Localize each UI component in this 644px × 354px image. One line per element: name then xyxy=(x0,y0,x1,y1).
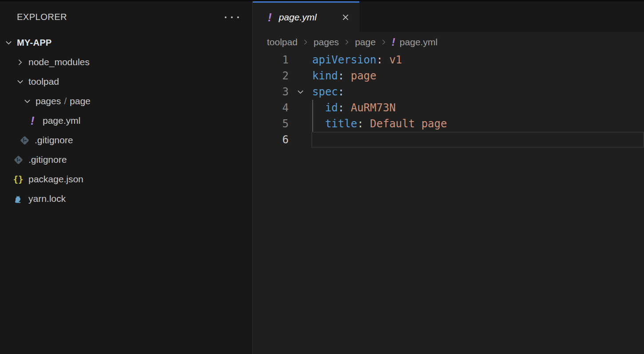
breadcrumb-item-page[interactable]: page xyxy=(355,37,376,47)
explorer-header: EXPLORER xyxy=(0,1,252,33)
tab-label: page.yml xyxy=(279,12,317,23)
tree-item-label: .gitignore xyxy=(35,135,73,146)
line-number: 1 xyxy=(253,54,289,66)
warning-icon: ! xyxy=(27,115,38,126)
tree-item-label: node_modules xyxy=(28,57,90,67)
code-line-content: kind: page xyxy=(312,70,377,82)
warning-icon: ! xyxy=(268,12,272,23)
git-icon xyxy=(19,134,30,146)
tree-item-node-modules[interactable]: node_modules xyxy=(0,52,252,72)
chevron-down-icon[interactable] xyxy=(15,77,25,87)
tree-item-gitignore[interactable]: .gitignore xyxy=(0,130,252,150)
warning-icon: ! xyxy=(392,37,395,47)
breadcrumb-item-page-yml[interactable]: !page.yml xyxy=(392,37,437,47)
code-line-1[interactable]: 1apiVersion: v1 xyxy=(253,52,644,68)
vscode-window: EXPLORER MY-APPnode_modulestoolpadpages/… xyxy=(0,0,644,354)
more-actions-button[interactable] xyxy=(222,13,242,22)
line-number: 2 xyxy=(253,70,289,82)
line-number: 5 xyxy=(253,118,289,130)
code-line-content: apiVersion: v1 xyxy=(312,54,402,66)
tree-item-yarn-lock[interactable]: yarn.lock xyxy=(0,189,252,208)
code-line-5[interactable]: 5 title: Default page xyxy=(253,116,644,132)
code-line-3[interactable]: 3spec: xyxy=(253,84,644,100)
workbench: EXPLORER MY-APPnode_modulestoolpadpages/… xyxy=(0,1,644,354)
code-line-4[interactable]: 4 id: AuRM73N xyxy=(253,100,644,116)
breadcrumb-separator-icon xyxy=(343,39,350,46)
tab-bar: ! page.yml xyxy=(253,1,644,32)
tree-item-pages-page[interactable]: pages/page xyxy=(0,91,252,111)
breadcrumb-separator-icon xyxy=(380,39,387,46)
path-separator: / xyxy=(64,96,67,106)
tree-item-label: toolpad xyxy=(28,76,59,87)
tab-page-yml[interactable]: ! page.yml xyxy=(253,1,359,32)
editor-group: ! page.yml toolpadpagespage!page.yml 1ap… xyxy=(252,1,644,354)
fold-chevron-down-icon[interactable] xyxy=(289,88,312,96)
braces-icon: {} xyxy=(12,173,24,185)
explorer-title: EXPLORER xyxy=(17,12,67,22)
tree-item-label: page.yml xyxy=(43,115,80,126)
breadcrumb-item-toolpad[interactable]: toolpad xyxy=(267,37,298,47)
chevron-down-icon[interactable] xyxy=(22,96,32,106)
chevron-right-icon[interactable] xyxy=(15,57,25,67)
tree-item-label: MY-APP xyxy=(17,38,52,48)
tree-item-label: pages/page xyxy=(36,96,91,106)
code-editor[interactable]: 1apiVersion: v12kind: page3spec:4 id: Au… xyxy=(253,52,644,354)
line-number: 3 xyxy=(253,86,289,98)
tree-item-page-yml[interactable]: !page.yml xyxy=(0,111,252,130)
tree-item-label: yarn.lock xyxy=(28,193,66,204)
file-tree: MY-APPnode_modulestoolpadpages/page!page… xyxy=(0,33,252,354)
chevron-down-icon[interactable] xyxy=(4,38,13,47)
tree-item-gitignore[interactable]: .gitignore xyxy=(0,150,252,169)
tree-item-label: .gitignore xyxy=(28,154,67,165)
tree-item-label: package.json xyxy=(28,174,83,185)
tree-item-toolpad[interactable]: toolpad xyxy=(0,72,252,91)
explorer-sidebar: EXPLORER MY-APPnode_modulestoolpadpages/… xyxy=(0,1,252,354)
ellipsis-icon xyxy=(225,16,239,18)
line-number: 6 xyxy=(253,134,289,146)
yarn-icon xyxy=(12,193,24,205)
line-number: 4 xyxy=(253,102,289,114)
code-line-content: title: Default page xyxy=(312,118,447,130)
code-line-6[interactable]: 6 xyxy=(253,132,644,148)
git-icon xyxy=(12,154,24,165)
breadcrumbs: toolpadpagespage!page.yml xyxy=(253,32,644,52)
breadcrumb-item-pages[interactable]: pages xyxy=(314,37,339,47)
code-line-content: id: AuRM73N xyxy=(312,102,396,114)
code-line-2[interactable]: 2kind: page xyxy=(253,68,644,84)
close-icon[interactable] xyxy=(340,12,351,23)
code-line-content: spec: xyxy=(312,86,344,98)
tree-item-package-json[interactable]: {}package.json xyxy=(0,169,252,189)
tree-item-my-app[interactable]: MY-APP xyxy=(0,33,252,52)
breadcrumb-separator-icon xyxy=(302,39,309,46)
